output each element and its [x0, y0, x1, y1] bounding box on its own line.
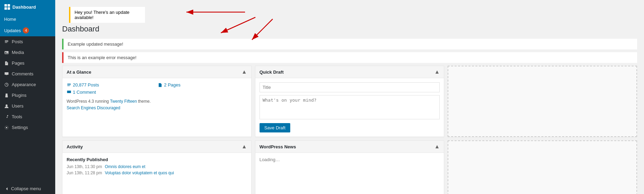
pages-count-link[interactable]: 2 Pages	[158, 82, 247, 87]
page-title: Dashboard	[62, 25, 637, 34]
widget-collapse-btn[interactable]: ▲	[242, 69, 247, 75]
svg-rect-8	[6, 93, 8, 95]
sidebar-item-home[interactable]: Home	[0, 14, 55, 25]
svg-rect-2	[4, 7, 7, 10]
news-collapse-btn[interactable]: ▲	[434, 144, 440, 150]
widget-quick-draft-body: Save Draft	[255, 78, 444, 137]
svg-rect-4	[4, 51, 8, 54]
svg-point-10	[7, 117, 8, 118]
news-loading: Loading…	[260, 157, 280, 162]
activity-item-1: Jun 13th, 11:28 pm Voluptas dolor volupt…	[67, 170, 247, 175]
activity-item-0: Jun 13th, 11:30 pm Omnis dolores eum et	[67, 164, 247, 169]
glance-meta: WordPress 4.3 running Twenty Fifteen the…	[67, 98, 247, 111]
recently-published-title: Recently Published	[67, 157, 247, 162]
glance-stats: 20,877 Posts 2 Pages 1 Comment	[67, 82, 247, 95]
sidebar-title: Dashboard	[12, 4, 36, 10]
quick-draft-collapse-btn[interactable]: ▲	[434, 69, 440, 75]
collapse-icon	[4, 186, 9, 191]
sidebar-item-appearance[interactable]: Appearance	[0, 79, 55, 90]
comments-stat-icon	[67, 90, 71, 95]
sidebar-item-users[interactable]: Users	[0, 101, 55, 111]
main-content: Hey you! There's an update available! Da…	[55, 0, 644, 194]
glance-stat-posts: 20,877 Posts	[67, 82, 156, 87]
comments-icon	[4, 72, 9, 76]
content-area: At a Glance ▲ 20,877 Posts 2 Pages	[55, 66, 644, 194]
sidebar-item-media[interactable]: Media	[0, 47, 55, 58]
page-title-bar: Dashboard	[55, 23, 644, 35]
widget-wordpress-news-body: Loading…	[255, 153, 444, 166]
settings-icon	[4, 125, 9, 130]
svg-rect-1	[8, 4, 10, 7]
collapse-menu[interactable]: Collapse menu	[0, 183, 55, 194]
widget-at-a-glance-body: 20,877 Posts 2 Pages 1 Comment	[62, 78, 251, 116]
glance-stat-comments: 1 Comment	[67, 90, 156, 95]
users-icon	[4, 104, 9, 109]
activity-link-0[interactable]: Omnis dolores eum et	[105, 164, 145, 169]
widget-activity-body: Recently Published Jun 13th, 11:30 pm Om…	[62, 153, 251, 181]
svg-point-11	[6, 127, 7, 128]
widget-quick-draft: Quick Draft ▲ Save Draft	[255, 66, 445, 137]
comments-count-link[interactable]: 1 Comment	[67, 90, 156, 95]
widget-activity-header: Activity ▲	[62, 141, 251, 153]
theme-link[interactable]: Twenty Fifteen	[110, 99, 137, 104]
svg-rect-0	[4, 4, 7, 7]
widget-placeholder-2	[448, 140, 637, 194]
search-engines-link[interactable]: Search Engines Discouraged	[67, 105, 120, 110]
sidebar-header[interactable]: Dashboard	[0, 0, 55, 14]
widget-placeholder	[448, 66, 637, 137]
sidebar-item-updates[interactable]: Updates 4	[0, 25, 55, 36]
updates-badge: 4	[23, 27, 29, 34]
appearance-icon	[4, 82, 9, 87]
sidebar-item-settings[interactable]: Settings	[0, 122, 55, 133]
svg-point-9	[6, 104, 8, 107]
widget-at-a-glance: At a Glance ▲ 20,877 Posts 2 Pages	[62, 66, 252, 137]
widget-wordpress-news: WordPress News ▲ Loading…	[255, 140, 445, 194]
pages-icon	[4, 61, 9, 66]
widget-at-a-glance-header: At a Glance ▲	[62, 66, 251, 78]
quick-draft-title-input[interactable]	[260, 82, 440, 92]
save-draft-button[interactable]: Save Draft	[260, 123, 290, 132]
posts-count-link[interactable]: 20,877 Posts	[67, 82, 156, 87]
widget-quick-draft-header: Quick Draft ▲	[255, 66, 444, 78]
widget-activity: Activity ▲ Recently Published Jun 13th, …	[62, 140, 252, 194]
svg-rect-3	[8, 7, 10, 10]
sidebar-item-tools[interactable]: Tools	[0, 111, 55, 122]
sidebar-item-pages[interactable]: Pages	[0, 58, 55, 68]
posts-icon	[4, 39, 9, 44]
plugins-icon	[4, 93, 9, 98]
dashboard-icon	[4, 4, 10, 10]
sidebar-item-plugins[interactable]: Plugins	[0, 90, 55, 101]
pages-stat-icon	[158, 83, 163, 87]
notice-updated: Example updated message!	[62, 39, 637, 49]
posts-stat-icon	[67, 83, 71, 87]
sidebar-item-posts[interactable]: Posts	[0, 36, 55, 47]
activity-collapse-btn[interactable]: ▲	[242, 144, 247, 150]
sidebar: Dashboard Home Updates 4 Posts Media Pag…	[0, 0, 55, 194]
glance-stat-pages: 2 Pages	[158, 82, 247, 87]
tools-icon	[4, 114, 9, 119]
sidebar-item-comments[interactable]: Comments	[0, 68, 55, 79]
activity-link-1[interactable]: Voluptas dolor voluptatem et quos qui	[105, 170, 174, 175]
notice-error: This is an example error message!	[62, 52, 637, 63]
quick-draft-content-input[interactable]	[260, 95, 440, 119]
widget-wordpress-news-header: WordPress News ▲	[255, 141, 444, 153]
update-notice[interactable]: Hey you! There's an update available!	[69, 7, 145, 23]
media-icon	[4, 50, 9, 55]
